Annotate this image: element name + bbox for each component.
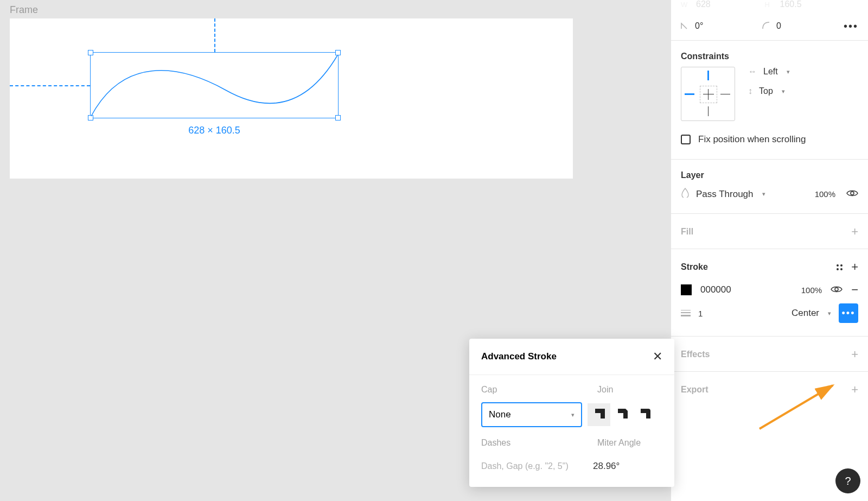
- selection-dimensions: 628 × 160.5: [90, 125, 339, 136]
- stroke-weight-field[interactable]: 1: [698, 309, 703, 318]
- stroke-section: Stroke + 000000 100% − 1: [671, 249, 868, 337]
- corner-radius-field[interactable]: 0: [762, 21, 833, 31]
- export-section: Export +: [671, 372, 868, 407]
- frame[interactable]: 628 × 160.5: [10, 18, 573, 179]
- cap-label: Cap: [481, 385, 586, 395]
- dashes-input[interactable]: Dash, Gap (e.g. "2, 5"): [481, 455, 582, 477]
- stroke-color-hex[interactable]: 000000: [700, 284, 731, 295]
- layer-title: Layer: [671, 164, 868, 186]
- stroke-visibility-toggle[interactable]: [831, 285, 843, 295]
- close-button[interactable]: ✕: [653, 350, 662, 364]
- chevron-down-icon: ▾: [571, 411, 575, 418]
- constraints-title: Constraints: [671, 45, 868, 67]
- rotation-field[interactable]: 0°: [681, 21, 751, 31]
- dashes-label: Dashes: [481, 438, 586, 448]
- remove-stroke-button[interactable]: −: [851, 283, 858, 297]
- frame-label[interactable]: Frame: [10, 4, 38, 16]
- miter-angle-label: Miter Angle: [597, 438, 662, 448]
- corner-radius-icon: [762, 22, 770, 31]
- miter-angle-value[interactable]: 28.96°: [593, 461, 620, 472]
- export-title: Export: [681, 385, 709, 395]
- constraint-vertical-select[interactable]: ↕ Top ▾: [748, 86, 790, 96]
- add-export-button[interactable]: +: [851, 383, 858, 397]
- effects-title: Effects: [681, 350, 710, 359]
- rotation-icon: [681, 22, 688, 31]
- effects-section: Effects +: [671, 337, 868, 372]
- join-bevel-button[interactable]: [610, 403, 633, 426]
- cap-select[interactable]: None ▾: [481, 402, 582, 427]
- chevron-down-icon: ▾: [787, 68, 790, 75]
- svg-point-1: [835, 288, 838, 291]
- chevron-down-icon: ▾: [762, 191, 765, 198]
- stroke-align-select[interactable]: Center ▾: [792, 308, 831, 319]
- inspector-panel: W628 H160.5 0° 0 ••• Constraints: [671, 0, 868, 501]
- chevron-down-icon: ▾: [828, 310, 831, 317]
- fill-section: Fill +: [671, 214, 868, 249]
- style-library-button[interactable]: [837, 264, 843, 270]
- vector-path[interactable]: [90, 52, 339, 118]
- transform-section: W628 H160.5 0° 0 •••: [671, 0, 868, 41]
- join-miter-button[interactable]: [588, 403, 610, 426]
- constraint-widget[interactable]: [681, 67, 735, 121]
- alignment-guide-horizontal: [10, 85, 90, 86]
- advanced-stroke-panel[interactable]: Advanced Stroke ✕ Cap Join None ▾: [469, 339, 674, 487]
- stroke-weight-icon: [681, 310, 691, 316]
- stroke-opacity[interactable]: 100%: [801, 286, 822, 295]
- fix-position-checkbox[interactable]: Fix position when scrolling: [671, 130, 868, 155]
- join-label: Join: [597, 385, 662, 395]
- stroke-title: Stroke: [681, 262, 708, 272]
- constraints-section: Constraints ↔ Left ▾ ↕ Top: [671, 41, 868, 160]
- stroke-color-swatch[interactable]: [681, 284, 692, 295]
- add-fill-button[interactable]: +: [851, 225, 858, 239]
- horizontal-arrows-icon: ↔: [748, 67, 757, 77]
- chevron-down-icon: ▾: [782, 88, 785, 95]
- alignment-guide-vertical: [214, 18, 215, 52]
- add-stroke-button[interactable]: +: [851, 260, 858, 274]
- svg-point-0: [851, 192, 854, 195]
- visibility-toggle[interactable]: [846, 189, 858, 199]
- vertical-arrows-icon: ↕: [748, 86, 752, 96]
- help-button[interactable]: ?: [835, 468, 860, 493]
- fill-title: Fill: [681, 227, 693, 237]
- join-round-button[interactable]: [633, 403, 656, 426]
- more-options-button[interactable]: •••: [844, 20, 858, 33]
- blend-mode-select[interactable]: Pass Through ▾: [681, 188, 765, 200]
- advanced-stroke-title: Advanced Stroke: [481, 351, 557, 362]
- constraint-horizontal-select[interactable]: ↔ Left ▾: [748, 67, 790, 77]
- blend-mode-icon: [681, 188, 690, 200]
- layer-section: Layer Pass Through ▾ 100%: [671, 160, 868, 214]
- layer-opacity[interactable]: 100%: [815, 189, 835, 199]
- advanced-stroke-button[interactable]: •••: [839, 303, 858, 323]
- checkbox-icon: [681, 135, 691, 144]
- add-effect-button[interactable]: +: [851, 347, 858, 362]
